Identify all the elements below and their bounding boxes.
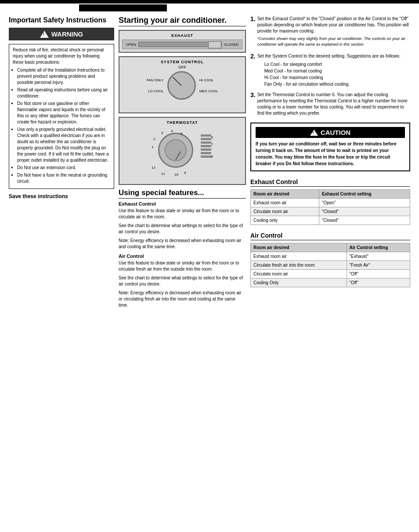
caution-text: If you turn your air conditioner off, wa… bbox=[256, 141, 405, 167]
table-cell: "Exhaust" bbox=[347, 252, 410, 261]
starting-title: Starting your air conditioner. bbox=[119, 16, 246, 26]
exhaust-diagram: OPEN CLOSED bbox=[122, 40, 242, 49]
exhaust-control-subtitle: Exhaust Control bbox=[119, 201, 246, 206]
exhaust-diagram-box: EXHAUST OPEN CLOSED bbox=[119, 30, 246, 53]
air-control-subtitle: Air Control bbox=[119, 253, 246, 259]
table-cell: Cooling Only bbox=[251, 279, 347, 287]
thermo-num-1: 1 bbox=[152, 145, 153, 149]
thermo-num-7: 7 bbox=[211, 142, 213, 146]
step-3-num: 3. bbox=[250, 92, 256, 98]
table-cell: Circulate room air bbox=[251, 270, 347, 279]
warning-box: WARNING bbox=[9, 28, 114, 40]
exhaust-control-table: Room air desired Exhaust Control setting… bbox=[250, 189, 410, 225]
table-cell: Circulate fresh air into the room bbox=[251, 261, 347, 270]
sys-right-options: HI COOL MED COOL bbox=[199, 78, 218, 93]
list-item: Complete all of the Installation Instruc… bbox=[17, 67, 110, 86]
air-table-header-0: Room air desired bbox=[251, 243, 347, 252]
table-cell: Exhaust room air bbox=[251, 199, 319, 207]
air-control-note: Note: Energy efficiency is decreased whe… bbox=[119, 290, 246, 308]
list-item: Do Not have a fuse in the neutral or gro… bbox=[17, 172, 110, 185]
open-label: OPEN bbox=[126, 43, 136, 47]
air-table-title: Air Control bbox=[250, 232, 410, 240]
step-1-block: 1. Set the Exhaust Control* to the "Clos… bbox=[250, 16, 410, 49]
thermo-bars bbox=[201, 134, 211, 158]
step-1-main: Set the Exhaust Control* to the "Closed"… bbox=[257, 16, 410, 34]
warning-intro: Reduce risk of fire, electrical shock or… bbox=[13, 47, 110, 65]
list-item: Do Not use an extension cord. bbox=[17, 165, 110, 171]
table-row: Circulate room air "Closed" bbox=[251, 207, 410, 216]
safety-title: Important Safety Instructions bbox=[9, 16, 114, 24]
step-2-opt-2: Hi Cool - for maximum cooling bbox=[264, 74, 410, 81]
exhaust-control-text2: See the chart to determine what settings… bbox=[119, 223, 246, 235]
special-features-title: Using special features... bbox=[119, 188, 246, 199]
thermo-num-11: 11 bbox=[161, 172, 165, 176]
caution-triangle-icon: ! bbox=[310, 130, 318, 136]
air-control-text2: See the chart to determine what settings… bbox=[119, 275, 246, 287]
top-bar bbox=[0, 0, 419, 4]
table-row: Exhaust room air "Open" bbox=[251, 199, 410, 207]
save-instructions: Save these instructions bbox=[9, 193, 114, 199]
warning-label: WARNING bbox=[51, 30, 83, 38]
table-cell: Circulate room air bbox=[251, 207, 319, 216]
exhaust-table-title: Exhaust Control bbox=[250, 178, 410, 187]
table-row: Cooling only "Closed" bbox=[251, 216, 410, 225]
step-3-text: Set the Thermostat Control to number 6. … bbox=[257, 92, 410, 118]
thermo-num-3: 3 bbox=[161, 131, 163, 135]
step-2-opt-1: Med Cool - for normal cooling bbox=[264, 68, 410, 74]
step-2-text: Set the System Control to the desired se… bbox=[257, 53, 410, 87]
thermo-label: THERMOSTAT bbox=[122, 120, 242, 125]
thermo-num-8: 8 bbox=[211, 155, 213, 159]
air-control-table: Room air desired Air Control setting Exh… bbox=[250, 243, 410, 287]
caution-box: ! CAUTION If you turn your air condition… bbox=[250, 123, 410, 171]
sys-left-options: FAN ONLY LO COOL bbox=[147, 78, 164, 93]
step-2-opt-3: Fan Only - for air circulation without c… bbox=[264, 81, 410, 87]
top-bar-accent bbox=[79, 4, 167, 11]
sys-off: OFF bbox=[122, 65, 242, 69]
right-column: 1. Set the Exhaust Control* to the "Clos… bbox=[250, 16, 410, 311]
air-table-header-1: Air Control setting bbox=[347, 243, 410, 252]
step-3-main: Set the Thermostat Control to number 6. … bbox=[257, 92, 410, 116]
thermo-needle bbox=[175, 151, 181, 160]
thermostat-diagram: THERMOSTAT 1 2 3 4 5 bbox=[119, 117, 246, 185]
thermo-area: 1 2 3 4 5 6 7 bbox=[152, 128, 213, 177]
exhaust-control-text1: Use this feature to draw stale or smoky … bbox=[119, 208, 246, 220]
med-cool-label: MED COOL bbox=[199, 89, 218, 93]
sys-control-label: SYSTEM CONTROL bbox=[122, 60, 242, 64]
thermo-num-2: 2 bbox=[153, 137, 155, 141]
step-2-opt-0: Lo Cool - for sleeping comfort bbox=[264, 61, 410, 68]
warning-content: Reduce risk of fire, electrical shock or… bbox=[9, 44, 114, 189]
table-cell: "Closed" bbox=[319, 216, 410, 225]
hi-cool-label: HI COOL bbox=[199, 78, 218, 82]
step-2-block: 2. Set the System Control to the desired… bbox=[250, 53, 410, 87]
slider-handle bbox=[208, 41, 221, 48]
list-item: Do Not store or use gasoline or other fl… bbox=[17, 101, 110, 125]
table-cell: Cooling only bbox=[251, 216, 319, 225]
table-row: Circulate room air "Off" bbox=[251, 270, 410, 279]
system-control-diagram: SYSTEM CONTROL OFF FAN ONLY LO COOL HI C… bbox=[119, 56, 246, 113]
thermo-num-6: 6 bbox=[211, 135, 213, 139]
table-row: Exhaust room air "Exhaust" bbox=[251, 252, 410, 261]
thermo-num-4: 4 bbox=[171, 129, 173, 133]
closed-label: CLOSED bbox=[224, 43, 238, 47]
exhaust-control-note: Note: Energy efficiency is decreased whe… bbox=[119, 238, 246, 250]
sys-knob bbox=[167, 71, 196, 100]
list-item: Use only a properly grounded electrical … bbox=[17, 127, 110, 163]
exhaust-table-header-1: Exhaust Control setting bbox=[319, 190, 410, 199]
knob-indicator bbox=[173, 76, 182, 86]
table-cell: "Fresh Air" bbox=[347, 261, 410, 270]
middle-column: Starting your air conditioner. EXHAUST O… bbox=[119, 16, 246, 311]
table-cell: "Off" bbox=[347, 270, 410, 279]
table-cell: "Open" bbox=[319, 199, 410, 207]
exhaust-table-header-0: Room air desired bbox=[251, 190, 319, 199]
step-2-main: Set the System Control to the desired se… bbox=[257, 53, 410, 59]
step-2-options: Lo Cool - for sleeping comfort Med Cool … bbox=[264, 61, 410, 87]
table-cell: "Off" bbox=[347, 279, 410, 287]
step-1-text: Set the Exhaust Control* to the "Closed"… bbox=[257, 16, 410, 49]
warning-list: Complete all of the Installation Instruc… bbox=[13, 67, 110, 185]
thermo-num-9: 9 bbox=[184, 171, 186, 175]
caution-header: ! CAUTION bbox=[256, 127, 405, 138]
fan-only-label: FAN ONLY bbox=[147, 78, 164, 82]
table-cell: Exhaust room air bbox=[251, 252, 347, 261]
air-control-text1: Use this feature to draw stale or smoky … bbox=[119, 260, 246, 272]
sys-knob-area: FAN ONLY LO COOL HI COOL MED COOL bbox=[122, 71, 242, 100]
